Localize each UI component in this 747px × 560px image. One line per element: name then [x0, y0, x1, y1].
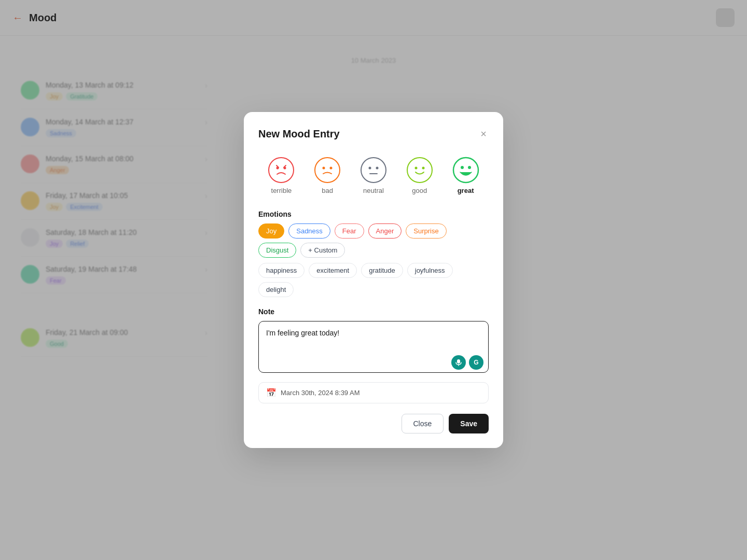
mood-terrible-label: terrible [271, 187, 292, 194]
close-button[interactable]: Close [402, 414, 444, 433]
svg-point-4 [323, 167, 325, 170]
generate-button[interactable]: G [469, 355, 483, 370]
emotion-anger[interactable]: Anger [368, 223, 402, 239]
svg-point-14 [461, 166, 464, 169]
svg-point-5 [330, 167, 333, 170]
sub-emotion-delight[interactable]: delight [258, 282, 294, 297]
emotion-sadness[interactable]: Sadness [288, 223, 330, 239]
svg-point-13 [453, 158, 478, 183]
mood-bad[interactable]: bad [311, 153, 344, 198]
mood-neutral[interactable]: neutral [357, 153, 390, 198]
modal-header: New Mood Entry × [258, 127, 489, 141]
great-face-icon [452, 157, 479, 184]
svg-point-10 [407, 158, 432, 183]
entry-date-label: March 30th, 2024 8:39 AM [281, 389, 359, 397]
sub-emotion-joyfulness[interactable]: joyfulness [407, 263, 453, 278]
mood-bad-label: bad [322, 187, 333, 194]
svg-point-15 [468, 166, 471, 169]
date-row[interactable]: 📅 March 30th, 2024 8:39 AM [258, 382, 489, 403]
mood-good-label: good [412, 187, 427, 194]
note-section-label: Note [258, 307, 489, 316]
calendar-icon: 📅 [266, 388, 276, 398]
modal-overlay: New Mood Entry × terrible [0, 0, 747, 560]
neutral-face-icon [360, 157, 387, 184]
svg-point-6 [361, 158, 386, 183]
svg-point-8 [376, 167, 378, 170]
new-mood-entry-modal: New Mood Entry × terrible [244, 112, 503, 448]
emotions-row: Joy Sadness Fear Anger Surprise Disgust … [258, 223, 489, 258]
sub-emotions-row: happiness excitement gratitude joyfulnes… [258, 263, 489, 297]
svg-point-0 [269, 158, 294, 183]
note-actions: G [451, 355, 483, 370]
svg-point-12 [422, 167, 424, 170]
sub-emotion-happiness[interactable]: happiness [258, 263, 305, 278]
emotion-surprise[interactable]: Surprise [406, 223, 446, 239]
modal-close-button[interactable]: × [478, 127, 489, 141]
mood-selector: terrible bad neu [258, 153, 489, 198]
mic-icon [455, 359, 462, 366]
terrible-face-icon [268, 157, 295, 184]
mood-terrible[interactable]: terrible [265, 153, 298, 198]
emotions-section-label: Emotions [258, 210, 489, 218]
sub-emotion-excitement[interactable]: excitement [309, 263, 357, 278]
mood-great-label: great [458, 187, 474, 194]
emotion-joy[interactable]: Joy [258, 223, 284, 239]
mood-neutral-label: neutral [363, 187, 384, 194]
mood-great[interactable]: great [449, 153, 482, 198]
good-face-icon [406, 157, 433, 184]
emotion-custom[interactable]: + Custom [300, 243, 345, 258]
sub-emotion-gratitude[interactable]: gratitude [361, 263, 403, 278]
svg-point-7 [368, 167, 371, 170]
mood-good[interactable]: good [403, 153, 436, 198]
emotion-disgust[interactable]: Disgust [258, 243, 296, 258]
svg-rect-16 [457, 359, 460, 363]
emotion-fear[interactable]: Fear [335, 223, 364, 239]
svg-point-11 [414, 167, 417, 170]
bad-face-icon [314, 157, 341, 184]
save-button[interactable]: Save [449, 414, 489, 433]
svg-point-3 [315, 158, 340, 183]
voice-input-button[interactable] [451, 355, 466, 370]
modal-footer: Close Save [258, 414, 489, 433]
note-wrapper: I'm feeling great today! G [258, 321, 489, 375]
modal-title: New Mood Entry [258, 128, 340, 140]
